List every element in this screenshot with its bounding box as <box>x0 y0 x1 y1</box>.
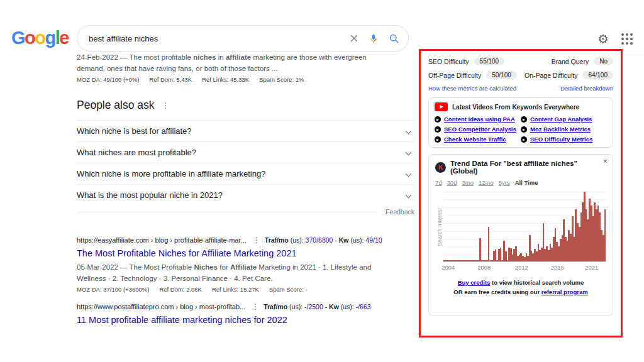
search-bar[interactable] <box>77 25 409 52</box>
range-30d[interactable]: 30d <box>447 179 457 186</box>
metric-value-badge: 50/100 <box>486 71 517 79</box>
referral-program-link[interactable]: referral program <box>541 288 588 295</box>
play-icon: ▶ <box>521 116 527 123</box>
feedback-link[interactable]: Feedback <box>386 208 414 216</box>
metric-label: On-Page Difficulty <box>525 72 577 79</box>
trend-bar <box>479 238 481 261</box>
ke-traffic-metrics: Traf/mo (us): 370/6800 - Kw (us): 49/10 <box>265 236 382 244</box>
range-3mo[interactable]: 3mo <box>462 179 473 186</box>
close-icon[interactable]: × <box>602 156 608 166</box>
people-also-ask-heading: People also ask ⋮ <box>77 99 426 112</box>
video-link[interactable]: SEO Competitor Analysis <box>444 126 516 133</box>
search-icon[interactable] <box>389 33 399 44</box>
more-options-icon[interactable]: ⋮ <box>162 101 170 110</box>
panel-top-divider <box>624 55 644 55</box>
x-axis-tick: 2021 <box>585 264 598 271</box>
people-also-ask-list: Which niche is best for affiliate? What … <box>77 120 414 218</box>
trend-card-title: Trend Data For "best affiliate niches" (… <box>450 160 597 175</box>
google-logo-letter: g <box>45 28 55 48</box>
moz-metrics-line: MOZ DA: 37/100 (+3600%)Ref Dom: 2.06KRef… <box>77 286 426 293</box>
keywords-everywhere-panel: SEO Difficulty 55/100 Brand Query No Off… <box>419 49 623 337</box>
x-axis-tick: 2004 <box>441 264 455 271</box>
trend-x-axis: 20042008201220162021 <box>443 262 606 272</box>
search-results-column: 24-Feb-2022 — The most profitable niches… <box>77 52 426 325</box>
google-logo-letter: o <box>35 28 45 48</box>
settings-gear-icon[interactable]: ⚙ <box>597 31 609 47</box>
trend-range-selector: 7d 30d 3mo 12mo 5yrs All Time <box>435 179 606 186</box>
buy-credits-link[interactable]: Buy credits <box>458 279 491 286</box>
result-title-link[interactable]: 11 Most profitable affiliate marketing n… <box>77 315 426 325</box>
videos-card-title: Latest Videos From Keywords Everywhere <box>452 104 579 111</box>
y-axis-label: Search Interest <box>435 192 443 262</box>
range-5yrs[interactable]: 5yrs <box>499 179 510 186</box>
video-link[interactable]: Content Ideas using PAA <box>444 116 515 123</box>
search-result: https://easyaffiliate.com › blog › profi… <box>77 236 426 293</box>
chevron-down-icon[interactable] <box>406 128 412 134</box>
trend-bars <box>443 192 606 261</box>
paa-question[interactable]: Which niche is best for affiliate? <box>77 120 414 141</box>
credits-footer: Buy credits to view historical search vo… <box>435 278 606 297</box>
google-logo-letter: G <box>11 28 25 48</box>
moz-metrics-line: MOZ DA: 49/100 (+0%)Ref Dom: 5.43KRef Li… <box>77 76 426 83</box>
trend-bar <box>604 209 606 261</box>
search-input[interactable] <box>89 34 350 43</box>
result-title-link[interactable]: The Most Profitable Niches for Affiliate… <box>77 248 426 258</box>
latest-videos-card: Latest Videos From Keywords Everywhere ▶… <box>428 97 613 148</box>
result-url[interactable]: https://www.postaffiliatepro.com › blog … <box>77 303 245 310</box>
metric-label: Brand Query <box>552 58 589 65</box>
youtube-icon <box>435 102 448 111</box>
chevron-down-icon[interactable] <box>406 171 412 177</box>
play-icon: ▶ <box>521 136 527 143</box>
metric-value-badge: No <box>594 57 613 65</box>
google-apps-icon[interactable] <box>621 33 633 45</box>
paa-question[interactable]: What niches are most profitable? <box>77 141 414 163</box>
video-link[interactable]: SEO Difficulty Metrics <box>530 136 592 143</box>
trend-bar <box>500 248 502 261</box>
microphone-icon[interactable] <box>369 33 379 43</box>
result-snippet: 05-Mar-2022 — The Most Profitable Niches… <box>77 261 382 284</box>
metric-label: Off-Page Difficulty <box>428 72 481 79</box>
more-options-icon[interactable]: ⋮ <box>252 302 259 311</box>
play-icon: ▶ <box>435 126 441 133</box>
metrics-explainer-link[interactable]: How these metrics are calculated <box>428 85 516 92</box>
metric-value-badge: 64/100 <box>582 71 613 79</box>
x-axis-tick: 2008 <box>477 264 491 271</box>
play-icon: ▶ <box>435 136 441 143</box>
keywords-everywhere-logo-icon: K <box>435 162 446 173</box>
metric-label: SEO Difficulty <box>428 58 469 65</box>
play-icon: ▶ <box>435 116 441 123</box>
video-link[interactable]: Content Gap Analysis <box>530 116 592 123</box>
divider <box>77 212 377 212</box>
clear-search-icon[interactable] <box>350 34 358 43</box>
x-axis-tick: 2012 <box>515 264 528 271</box>
video-link[interactable]: Check Website Traffic <box>444 136 506 143</box>
x-axis-tick: 2016 <box>551 264 564 271</box>
google-logo[interactable]: Google <box>11 28 69 48</box>
google-logo-letter: o <box>25 28 35 48</box>
range-12mo[interactable]: 12mo <box>479 179 494 186</box>
trend-data-card: × K Trend Data For "best affiliate niche… <box>428 154 613 316</box>
more-options-icon[interactable]: ⋮ <box>253 236 260 244</box>
trend-chart: Search Interest <box>435 192 606 262</box>
paa-question[interactable]: What is the most popular niche in 2021? <box>77 184 414 206</box>
trend-plot-area <box>443 192 606 262</box>
metric-value-badge: 55/100 <box>474 57 505 65</box>
detailed-breakdown-link[interactable]: Detailed breakdown <box>560 85 613 92</box>
google-logo-letter: e <box>59 28 69 48</box>
video-link[interactable]: Moz Backlink Metrics <box>530 126 591 133</box>
range-all-time[interactable]: All Time <box>515 179 538 186</box>
ke-traffic-metrics: Traf/mo (us): -/2500 - Kw (us): -/663 <box>264 303 370 310</box>
range-7d[interactable]: 7d <box>435 179 442 186</box>
paa-question[interactable]: Which niche is more profitable in affili… <box>77 163 414 184</box>
top-result-snippet: 24-Feb-2022 — The most profitable niches… <box>77 52 380 74</box>
play-icon: ▶ <box>521 126 527 133</box>
search-result: https://www.postaffiliatepro.com › blog … <box>77 302 426 325</box>
chevron-down-icon[interactable] <box>406 150 412 156</box>
result-url[interactable]: https://easyaffiliate.com › blog › profi… <box>77 236 247 244</box>
chevron-down-icon[interactable] <box>406 192 412 199</box>
trend-bar <box>488 227 490 262</box>
